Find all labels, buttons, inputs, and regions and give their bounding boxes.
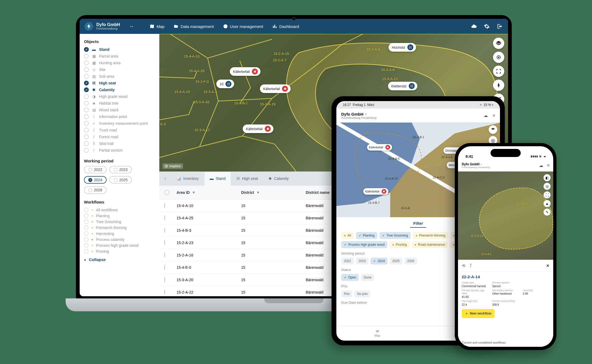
nav-dashboard[interactable]: Dashboard: [272, 24, 299, 29]
filter-chip[interactable]: ✓Tree Grooming: [379, 232, 411, 239]
object-item[interactable]: ▬Stand: [84, 47, 155, 52]
menu-icon[interactable]: ≡: [493, 113, 495, 118]
fullscreen-icon[interactable]: [493, 66, 504, 77]
workflow-item[interactable]: ●All workflows: [84, 207, 155, 213]
tab-calamity[interactable]: ✱ Calamity: [263, 172, 294, 185]
row-select[interactable]: [164, 277, 177, 282]
collapse-button[interactable]: « Collapse: [84, 257, 155, 262]
status-chip[interactable]: Done: [361, 274, 374, 281]
map-pin[interactable]: Käferbefall✱: [363, 188, 388, 195]
filter-chip[interactable]: ✓Planting: [356, 232, 377, 239]
object-item[interactable]: /Forest road: [84, 134, 155, 140]
map-pin[interactable]: Klettersitzℍ: [388, 82, 417, 90]
row-select[interactable]: [164, 253, 177, 258]
cloud-icon[interactable]: ☁: [539, 163, 543, 168]
year-chip[interactable]: 2025: [109, 176, 132, 184]
compass-icon[interactable]: ▲: [544, 200, 551, 207]
status-chip[interactable]: ✓Open: [341, 274, 359, 281]
object-item[interactable]: iInformation point: [84, 114, 155, 120]
map-pin[interactable]: Käferbefall✱: [243, 124, 273, 133]
col-area[interactable]: Area ID▼: [177, 190, 241, 195]
locate-icon[interactable]: [493, 52, 504, 63]
object-item[interactable]: /Partial section: [84, 147, 155, 153]
year-chip[interactable]: 2023: [356, 258, 369, 265]
row-select[interactable]: [164, 216, 177, 220]
row-select[interactable]: [164, 290, 177, 295]
prio-chip[interactable]: No prio: [354, 290, 370, 297]
year-chip[interactable]: 2022: [341, 258, 354, 265]
chevron-down-icon[interactable]: ▾: [481, 163, 482, 166]
year-chip[interactable]: 2026: [404, 258, 417, 265]
object-item[interactable]: ◑High grade wood: [84, 94, 155, 99]
workflow-item[interactable]: ●Tree Grooming: [84, 219, 155, 224]
gear-icon[interactable]: [483, 23, 490, 30]
pencil-icon[interactable]: ✎: [544, 209, 551, 216]
object-item[interactable]: ▦Parcel area: [84, 53, 155, 59]
year-chip[interactable]: 2026: [84, 186, 107, 194]
workflow-item[interactable]: ●Pruning: [84, 248, 155, 254]
fullscreen-icon[interactable]: ⛶: [544, 191, 551, 198]
workflow-item[interactable]: ●Premerch thinning: [84, 225, 155, 230]
workflow-item[interactable]: ●Process calamity: [84, 237, 155, 242]
cloud-icon[interactable]: ☁: [484, 113, 488, 118]
row-select[interactable]: [164, 265, 177, 270]
object-item[interactable]: ◇Site: [84, 67, 155, 73]
year-chip[interactable]: 2024: [84, 176, 107, 184]
workflow-item[interactable]: ●Planting: [84, 213, 155, 219]
object-item[interactable]: ▦Hunting area: [84, 60, 155, 66]
cloud-icon[interactable]: [470, 23, 477, 30]
phone-map[interactable]: 22-2-A-1415-3-A-1915-3-A-1 ◧ ◎ ⛶ ▲ ✎: [458, 172, 553, 260]
year-chip[interactable]: ✓2024: [371, 258, 387, 265]
new-workflow-button[interactable]: ＋ New workflow: [462, 309, 495, 318]
select-all[interactable]: [164, 190, 177, 195]
row-select[interactable]: [164, 203, 177, 208]
tab-inventory[interactable]: 📊 Inventory: [171, 172, 204, 185]
nav-data[interactable]: Data management: [174, 24, 214, 29]
tab-stand[interactable]: ▬ Stand: [204, 172, 231, 185]
chevron-down-icon[interactable]: ▾: [365, 113, 367, 116]
year-chip[interactable]: 2022: [84, 166, 107, 173]
map-pin[interactable]: 10ℍ: [216, 80, 234, 88]
menu-icon[interactable]: ≡: [547, 163, 549, 168]
object-item[interactable]: ✱Calamity: [84, 87, 155, 93]
layers-icon[interactable]: [489, 125, 497, 134]
map-pin[interactable]: Käferbefall✱: [367, 144, 392, 151]
bottomnav-map[interactable]: 🗺 Map: [336, 326, 418, 341]
sidebar-toggle-icon[interactable]: ↔: [129, 24, 134, 29]
link-icon[interactable]: ⟲: [462, 263, 465, 268]
logout-icon[interactable]: [496, 23, 503, 30]
tab-highseat[interactable]: ℍ High seat: [231, 172, 263, 185]
object-item[interactable]: ▥Sub area: [84, 73, 155, 79]
object-item[interactable]: ♣Habitat tree: [84, 100, 155, 106]
filter-chip[interactable]: ✓Process high grade wood: [341, 241, 387, 248]
layers-icon[interactable]: [493, 38, 504, 49]
row-select[interactable]: [164, 240, 177, 245]
object-item[interactable]: /Truck road: [84, 127, 155, 133]
nav-user[interactable]: User management: [223, 24, 263, 29]
map-pin[interactable]: Käferbefall✱: [230, 67, 260, 76]
nav-map[interactable]: Map: [150, 24, 164, 29]
tab-prev-icon[interactable]: ‹: [159, 176, 171, 181]
row-select[interactable]: [164, 228, 177, 233]
year-chip[interactable]: 2025: [390, 258, 402, 265]
filter-chip[interactable]: ●Premerch thinning: [413, 232, 448, 239]
filter-chip[interactable]: ●Pruning: [389, 241, 410, 248]
crosshair-icon[interactable]: ◎: [544, 183, 551, 190]
year-chip[interactable]: 2023: [109, 166, 132, 173]
object-item[interactable]: ▤Wood stack: [84, 107, 155, 113]
workflow-item[interactable]: ●Harvesting: [84, 231, 155, 236]
map-pin[interactable]: Hochsitzℍ: [389, 43, 416, 52]
prio-chip[interactable]: Prio: [341, 290, 352, 297]
share-icon[interactable]: ⤴: [470, 263, 472, 268]
filter-chip[interactable]: ●All: [341, 232, 354, 239]
layers-icon[interactable]: ◧: [544, 174, 551, 181]
workflow-item[interactable]: ●Process high grade wood: [84, 242, 155, 248]
object-item[interactable]: ⠿Skid trail: [84, 141, 155, 147]
object-item[interactable]: ✓Inventory measurement point: [84, 120, 155, 126]
col-district[interactable]: District▼: [241, 190, 306, 195]
close-icon[interactable]: ✕: [546, 263, 549, 268]
map-pin[interactable]: Käferbefall✱: [260, 84, 291, 93]
compass-icon[interactable]: [493, 80, 504, 91]
object-item[interactable]: ℍHigh seat: [84, 80, 155, 86]
filter-chip[interactable]: ●Road maintenance: [412, 241, 448, 248]
